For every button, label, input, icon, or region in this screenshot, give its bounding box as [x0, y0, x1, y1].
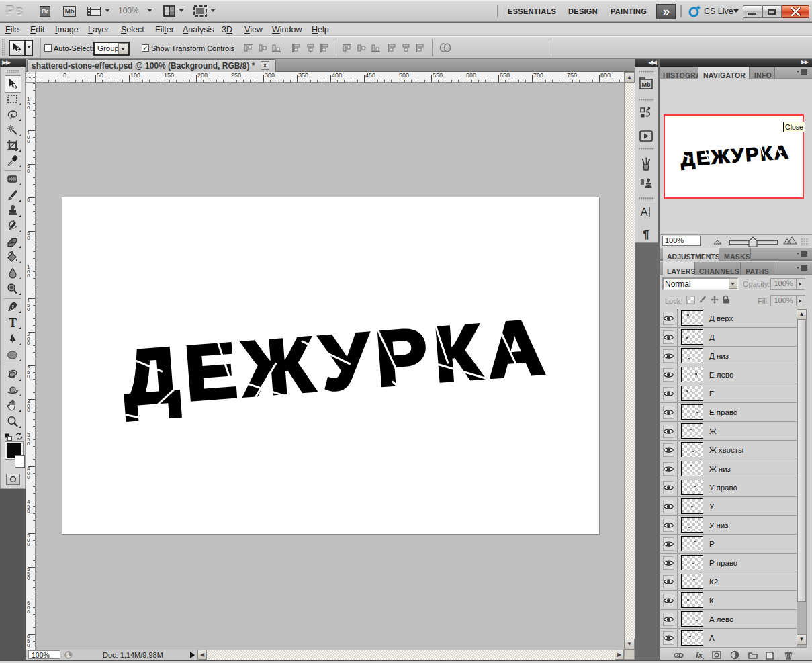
svg-text:Mb: Mb — [642, 81, 651, 88]
svg-text:ДЕЖУРКА: ДЕЖУРКА — [680, 141, 791, 170]
svg-text:A: A — [641, 206, 648, 218]
svg-text:¶: ¶ — [643, 228, 649, 241]
svg-text:fx: fx — [696, 651, 703, 659]
svg-text:T: T — [9, 316, 17, 330]
svg-text:ДЕЖУРКА: ДЕЖУРКА — [120, 303, 553, 421]
